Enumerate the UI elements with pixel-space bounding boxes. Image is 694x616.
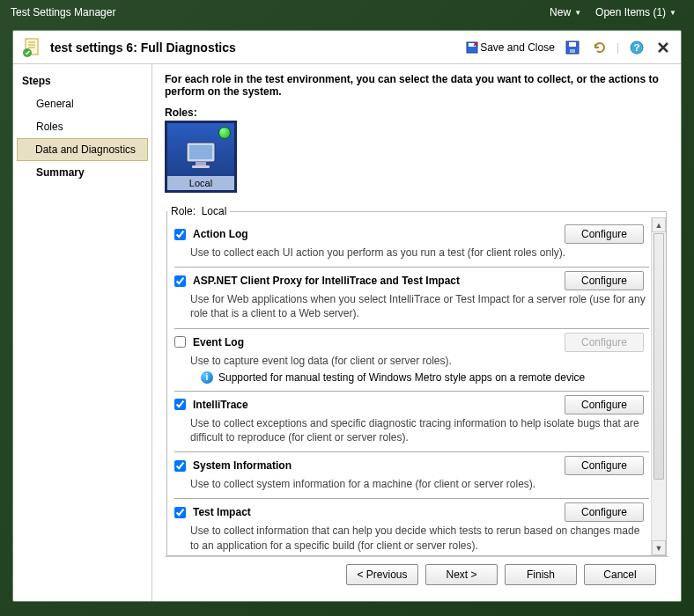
- svg-rect-9: [570, 49, 575, 53]
- undo-button[interactable]: [590, 39, 608, 56]
- chevron-down-icon: ▼: [574, 9, 581, 17]
- diagnostic-checkbox[interactable]: [174, 336, 186, 348]
- diagnostic-description: Use to collect information that can help…: [174, 522, 649, 552]
- configure-button[interactable]: Configure: [565, 456, 644, 475]
- diagnostic-name: IntelliTrace: [193, 399, 248, 411]
- configure-button[interactable]: Configure: [565, 271, 644, 290]
- finish-button[interactable]: Finish: [505, 564, 577, 585]
- dialog-title: test settings 6: Full Diagnostics: [50, 40, 459, 55]
- step-data-and-diagnostics[interactable]: Data and Diagnostics: [17, 138, 148, 161]
- save-button[interactable]: [564, 39, 581, 56]
- diagnostic-name: Test Impact: [193, 506, 251, 518]
- cancel-button[interactable]: Cancel: [584, 564, 656, 585]
- diagnostic-row: Event LogConfigureUse to capture event l…: [174, 329, 649, 392]
- configure-button: Configure: [565, 333, 644, 352]
- diagnostic-checkbox[interactable]: [174, 460, 186, 472]
- svg-rect-15: [192, 165, 210, 168]
- diagnostic-checkbox[interactable]: [174, 229, 186, 240]
- diagnostic-checkbox[interactable]: [174, 275, 186, 287]
- diagnostic-row: IntelliTraceConfigureUse to collect exce…: [174, 392, 649, 452]
- configure-button[interactable]: Configure: [565, 502, 644, 522]
- diagnostic-label[interactable]: Test Impact: [174, 506, 565, 518]
- help-button[interactable]: ?: [628, 39, 646, 56]
- info-icon: i: [201, 371, 213, 384]
- role-legend-prefix: Role:: [171, 205, 196, 217]
- diagnostics-list: Action LogConfigureUse to collect each U…: [167, 217, 651, 555]
- diagnostic-name: Action Log: [193, 228, 248, 240]
- diagnostic-description: Use to collect each UI action you perfor…: [174, 244, 649, 260]
- wizard-footer: < Previous Next > Finish Cancel: [165, 556, 668, 592]
- dialog-window: test settings 6: Full Diagnostics Save a…: [12, 30, 682, 602]
- save-close-label: Save and Close: [480, 41, 555, 54]
- role-legend: Role: Local: [167, 205, 230, 217]
- steps-sidebar: Steps General Roles Data and Diagnostics…: [13, 64, 152, 601]
- diagnostic-note-text: Supported for manual testing of Windows …: [218, 371, 585, 384]
- diagnostic-label[interactable]: System Information: [174, 459, 565, 472]
- role-tile-label: Local: [167, 176, 234, 190]
- close-button[interactable]: [654, 39, 672, 56]
- sidebar-title: Steps: [13, 71, 151, 92]
- role-legend-name: Local: [202, 205, 227, 217]
- scroll-up-icon[interactable]: ▲: [652, 217, 666, 232]
- menu-open-label: Open Items (1): [595, 6, 666, 18]
- diagnostic-label[interactable]: Event Log: [174, 336, 565, 348]
- chevron-down-icon: ▼: [669, 9, 676, 17]
- roles-label: Roles:: [165, 106, 668, 119]
- next-button[interactable]: Next >: [425, 564, 498, 585]
- svg-rect-8: [569, 42, 576, 47]
- diagnostic-description: Use to capture event log data (for clien…: [174, 352, 649, 368]
- save-close-icon: [466, 41, 478, 54]
- svg-rect-13: [189, 145, 212, 159]
- main-panel: For each role in the test environment, y…: [152, 64, 681, 601]
- diagnostic-label[interactable]: ASP.NET Client Proxy for IntelliTrace an…: [174, 275, 565, 287]
- role-fieldset: Role: Local Action LogConfigureUse to co…: [166, 205, 667, 556]
- scroll-thumb[interactable]: [653, 233, 664, 480]
- menu-new-label: New: [550, 6, 571, 18]
- menu-open-items[interactable]: Open Items (1) ▼: [588, 3, 683, 22]
- diagnostic-label[interactable]: Action Log: [174, 228, 565, 240]
- dialog-header: test settings 6: Full Diagnostics Save a…: [13, 31, 681, 64]
- diagnostic-description: Use to collect system information for a …: [174, 475, 649, 491]
- svg-rect-14: [196, 162, 206, 165]
- diagnostic-name: ASP.NET Client Proxy for IntelliTrace an…: [193, 275, 460, 287]
- save-and-close-button[interactable]: Save and Close: [466, 41, 555, 54]
- diagnostic-row: ASP.NET Client Proxy for IntelliTrace an…: [174, 268, 649, 328]
- app-titlebar: Test Settings Manager New ▼ Open Items (…: [0, 0, 694, 25]
- diagnostic-name: Event Log: [193, 336, 244, 348]
- step-summary[interactable]: Summary: [13, 161, 151, 184]
- diagnostic-name: System Information: [193, 459, 292, 472]
- intro-text: For each role in the test environment, y…: [165, 73, 668, 106]
- diagnostic-note: iSupported for manual testing of Windows…: [174, 368, 649, 384]
- scroll-down-icon[interactable]: ▼: [652, 540, 666, 555]
- svg-text:?: ?: [634, 42, 640, 53]
- check-badge-icon: [218, 127, 231, 139]
- diagnostic-row: System InformationConfigureUse to collec…: [174, 452, 649, 499]
- diagnostic-description: Use to collect exceptions and specific d…: [174, 414, 649, 444]
- app-title: Test Settings Manager: [11, 6, 543, 18]
- configure-button[interactable]: Configure: [565, 395, 644, 414]
- settings-document-icon: [22, 37, 43, 58]
- configure-button[interactable]: Configure: [565, 224, 644, 244]
- menu-new[interactable]: New ▼: [543, 3, 588, 22]
- diagnostic-checkbox[interactable]: [174, 399, 186, 410]
- vertical-scrollbar[interactable]: ▲ ▼: [651, 217, 666, 555]
- diagnostic-checkbox[interactable]: [174, 507, 186, 518]
- role-tile-local[interactable]: Local: [165, 121, 237, 193]
- monitor-icon: [180, 139, 222, 174]
- diagnostic-row: Action LogConfigureUse to collect each U…: [174, 221, 649, 268]
- step-general[interactable]: General: [13, 92, 151, 115]
- separator: |: [616, 41, 619, 54]
- previous-button[interactable]: < Previous: [346, 564, 418, 585]
- step-roles[interactable]: Roles: [13, 115, 151, 138]
- diagnostic-label[interactable]: IntelliTrace: [174, 399, 565, 411]
- diagnostic-description: Use for Web applications when you select…: [174, 290, 649, 320]
- diagnostic-row: Test ImpactConfigureUse to collect infor…: [174, 499, 649, 555]
